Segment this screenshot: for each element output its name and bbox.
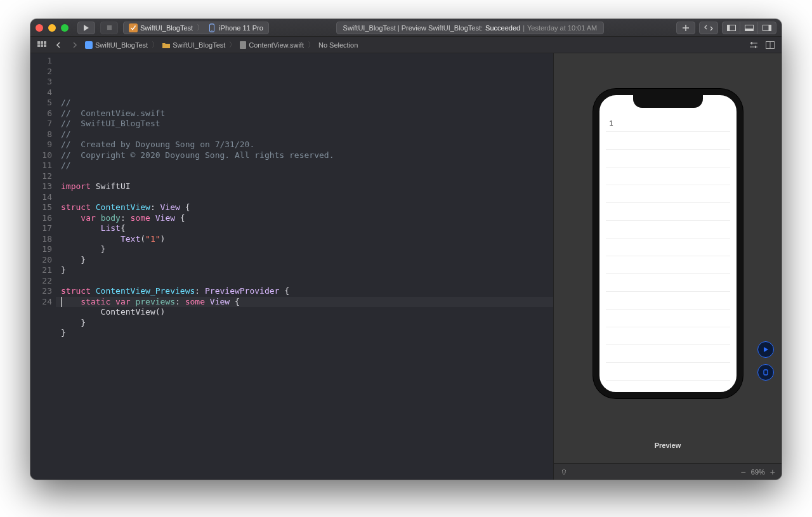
code-line[interactable]: // (61, 129, 553, 140)
list-item: 1 (606, 114, 730, 132)
list-item-empty (606, 185, 730, 203)
code-line[interactable] (61, 339, 553, 350)
stop-icon (107, 25, 112, 30)
status-time: Yesterday at 10:01 AM (527, 24, 597, 32)
toggle-inspector-button[interactable] (758, 22, 776, 34)
code-line[interactable]: // ContentView.swift (61, 108, 553, 119)
code-line[interactable]: // Copyright © 2020 Doyoung Song. All ri… (61, 150, 553, 161)
list-item-empty (606, 327, 730, 345)
list-item-empty (606, 150, 730, 167)
pin-preview-button[interactable] (560, 468, 568, 476)
svg-rect-8 (745, 29, 753, 31)
code-line[interactable]: } (61, 255, 553, 266)
preview-label: Preview (655, 442, 681, 449)
code-line[interactable] (61, 192, 553, 203)
code-line[interactable]: // (61, 160, 553, 171)
zoom-in-button[interactable]: + (770, 467, 775, 477)
code-line[interactable] (61, 276, 553, 287)
related-items-button[interactable] (36, 39, 48, 51)
code-line[interactable]: // SwiftUI_BlogTest (61, 119, 553, 129)
split-icon (766, 41, 775, 49)
scheme-selector[interactable]: SwiftUI_BlogTest 〉 iPhone 11 Pro (123, 22, 269, 34)
code-line[interactable]: } (61, 328, 553, 339)
nav-forward-button[interactable] (69, 39, 81, 51)
code-line[interactable]: } (61, 265, 553, 276)
toggle-debug-area-button[interactable] (740, 22, 758, 34)
add-editor-button[interactable] (764, 39, 776, 51)
zoom-window-button[interactable] (61, 24, 69, 32)
status-prefix: SwiftUI_BlogTest | Preview SwiftUI_BlogT… (343, 24, 483, 32)
status-sep: | (523, 24, 525, 32)
code-line[interactable]: struct ContentView_Previews: PreviewProv… (61, 286, 553, 297)
nav-back-button[interactable] (52, 39, 65, 51)
stop-button[interactable] (100, 22, 118, 34)
code-line[interactable]: } (61, 244, 553, 255)
list-item-empty (606, 132, 730, 150)
list-item-empty (606, 310, 730, 327)
iphone-icon (207, 23, 216, 32)
zoom-out-button[interactable]: − (741, 467, 746, 477)
svg-rect-2 (129, 23, 138, 32)
breadcrumb-segment[interactable]: No Selection (318, 41, 358, 49)
breadcrumb-separator: 〉 (152, 40, 159, 49)
minimize-window-button[interactable] (48, 24, 56, 32)
breadcrumb-segment[interactable]: SwiftUI_BlogTest (162, 41, 225, 49)
toggle-navigator-button[interactable] (723, 22, 740, 34)
close-window-button[interactable] (36, 24, 43, 32)
breadcrumb-item: SwiftUI_BlogTest (95, 41, 148, 49)
code-line[interactable]: Text("1") (61, 234, 553, 245)
code-line[interactable]: struct ContentView: View { (61, 202, 553, 213)
code-line[interactable]: var body: some View { (61, 213, 553, 224)
svg-rect-13 (44, 41, 46, 44)
code-area[interactable]: //// ContentView.swift// SwiftUI_BlogTes… (56, 53, 553, 480)
svg-rect-12 (41, 41, 43, 44)
code-line[interactable]: // Created by Doyoung Song on 7/31/20. (61, 140, 553, 150)
svg-rect-15 (41, 44, 43, 47)
run-button[interactable] (77, 22, 95, 34)
preview-on-device-button[interactable] (757, 364, 774, 381)
preview-controls (757, 341, 774, 381)
breadcrumb-separator: 〉 (308, 40, 315, 49)
code-line[interactable]: ContentView() (61, 307, 553, 318)
activity-status[interactable]: SwiftUI_BlogTest | Preview SwiftUI_BlogT… (336, 22, 605, 34)
project-icon (85, 41, 93, 49)
svg-rect-14 (37, 44, 40, 47)
sliders-icon (749, 41, 758, 49)
code-review-button[interactable] (699, 22, 718, 34)
code-line[interactable] (61, 171, 553, 182)
code-line[interactable]: List{ (61, 223, 553, 234)
window-controls (36, 24, 69, 32)
breadcrumb-segment[interactable]: ContentView.swift (240, 41, 304, 49)
plus-icon (682, 24, 690, 32)
add-button[interactable] (676, 22, 695, 34)
code-line[interactable]: import SwiftUI (61, 181, 553, 192)
breadcrumb-item: ContentView.swift (249, 41, 304, 49)
list-item-empty (606, 167, 730, 185)
code-line[interactable]: } (61, 318, 553, 329)
adjustments-button[interactable] (747, 39, 760, 51)
code-line[interactable]: // (61, 98, 553, 108)
svg-rect-6 (727, 25, 730, 30)
list-item-empty (606, 345, 730, 363)
breadcrumb-segment[interactable]: SwiftUI_BlogTest (85, 41, 148, 49)
jumpbar-right (747, 39, 776, 51)
svg-rect-1 (107, 25, 111, 30)
preview-footer: − 69% + (554, 463, 782, 480)
chevron-right-icon (72, 42, 77, 48)
play-circle-icon (762, 346, 769, 353)
live-preview-button[interactable] (757, 341, 774, 358)
chevron-right-icon: 〉 (197, 23, 204, 32)
code-editor[interactable]: 123456789101112131415161718192021222324 … (30, 53, 553, 480)
status-state: Succeeded (485, 24, 520, 32)
list-item-empty (606, 239, 730, 256)
panel-bottom-icon (745, 25, 754, 31)
line-gutter: 123456789101112131415161718192021222324 (30, 53, 56, 480)
preview-content: 1 (606, 114, 730, 381)
zoom-controls: − 69% + (741, 467, 775, 477)
panel-left-icon (727, 25, 736, 31)
panel-toggles (722, 22, 776, 34)
svg-rect-20 (755, 46, 756, 48)
panel-right-icon (763, 25, 771, 31)
svg-rect-11 (37, 41, 40, 44)
preview-canvas[interactable]: 1 (554, 53, 782, 434)
